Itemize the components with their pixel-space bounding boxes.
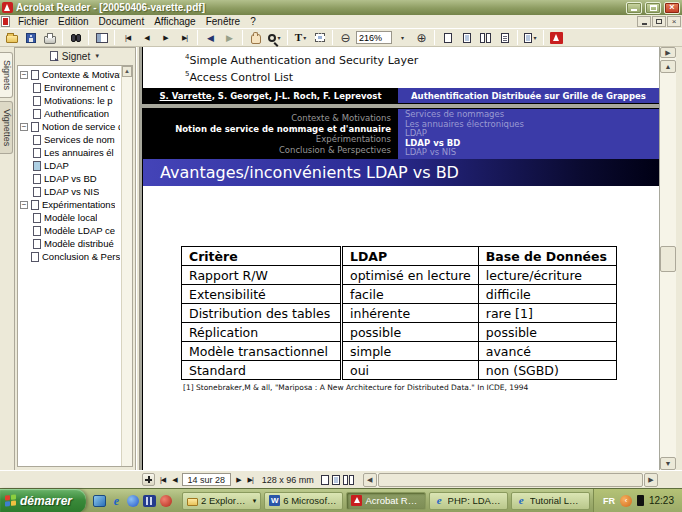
facing-mode-icon[interactable] (343, 475, 354, 485)
hide-icons-chevron-icon[interactable]: ‹ (620, 495, 632, 507)
zoom-tool-button[interactable]: ▾ (266, 29, 283, 46)
menu-item[interactable]: Affichage (149, 15, 201, 28)
bookmark-item[interactable]: Conclusion & Persp (20, 250, 120, 263)
dropdown-caret-icon[interactable]: ▾ (253, 497, 257, 505)
start-button[interactable]: démarrer (0, 489, 86, 512)
minimize-button[interactable] (626, 2, 642, 14)
bookmark-item[interactable]: Environnement c (20, 81, 120, 94)
continuous-page-button[interactable] (458, 29, 475, 46)
next-page-button[interactable]: ▶ (157, 29, 174, 46)
bookmark-item[interactable]: LDAP (20, 159, 120, 172)
toolbar-separator (434, 30, 435, 45)
scroll-track[interactable] (660, 73, 676, 457)
save-button[interactable] (22, 29, 39, 46)
menu-item[interactable]: ? (245, 15, 261, 28)
first-page-button[interactable]: |◀ (119, 29, 136, 46)
zoom-presets-button[interactable]: ▾ (394, 29, 411, 46)
scroll-left-button[interactable]: ◀ (363, 473, 377, 487)
continuous-mode-icon[interactable] (332, 475, 340, 485)
bookmark-item[interactable]: Motivations: le p (20, 94, 120, 107)
restore-button[interactable] (645, 2, 661, 14)
facing-page-button[interactable] (496, 29, 513, 46)
footnote-line: 4Simple Authentication and Security Laye… (185, 53, 659, 67)
tab-signets[interactable]: Signets (0, 52, 13, 98)
scroll-right-button[interactable]: ▶ (644, 473, 658, 487)
zoom-level-input[interactable] (356, 31, 392, 44)
taskbar-window-button[interactable]: 2 Explorateu...▾ (182, 492, 261, 510)
adobe-button[interactable] (548, 29, 565, 46)
close-button[interactable]: × (664, 2, 680, 14)
bookmark-item[interactable]: Modèle distribué (20, 237, 120, 250)
collapse-icon[interactable]: − (20, 201, 28, 209)
open-button[interactable] (3, 29, 20, 46)
show-hide-nav-pane-button[interactable] (93, 29, 110, 46)
status-previous-page-button[interactable]: ◀ (170, 476, 178, 484)
bookmark-item[interactable]: −Expérimentations (20, 198, 120, 211)
page-indicator[interactable]: 14 sur 28 (182, 473, 232, 486)
bookmark-item[interactable]: −Contexte & Motivati (20, 68, 120, 81)
continuous-facing-button[interactable] (477, 29, 494, 46)
snapshot-tool-button[interactable] (311, 29, 328, 46)
taskbar-window-button[interactable]: eTutorial LDAP -... (511, 492, 590, 510)
pan-splitter-button[interactable] (142, 473, 155, 486)
media-player-icon[interactable] (143, 495, 156, 507)
scroll-down-button[interactable]: ▼ (660, 457, 676, 470)
status-next-page-button[interactable]: ▶ (234, 476, 242, 484)
horizontal-scroll-thumb[interactable] (378, 473, 643, 487)
sidebar-scrollbar[interactable]: ▲ (121, 66, 132, 466)
mdi-minimize-button[interactable] (637, 16, 651, 27)
zoom-out-button[interactable]: ⊖ (337, 29, 354, 46)
status-first-page-button[interactable]: |◀ (158, 476, 167, 484)
internet-explorer-icon[interactable]: e (110, 495, 123, 507)
language-indicator[interactable]: FR (603, 496, 615, 506)
bookmarks-header[interactable]: Signet ▼ (15, 48, 135, 64)
realplayer-icon[interactable] (160, 495, 172, 507)
go-back-button[interactable]: ◀ (202, 29, 219, 46)
collapse-icon[interactable]: − (20, 123, 28, 131)
sidebar-scroll-up-button[interactable]: ▲ (122, 66, 132, 77)
menu-item[interactable]: Fichier (13, 15, 53, 28)
scroll-thumb[interactable] (660, 246, 676, 272)
zoom-in-button[interactable]: ⊕ (413, 29, 430, 46)
taskbar-window-button[interactable]: ePHP: LDAP - M... (429, 492, 508, 510)
bookmark-item[interactable]: LDAP vs NIS (20, 185, 120, 198)
show-desktop-icon[interactable] (93, 495, 106, 507)
menu-item[interactable]: Document (94, 15, 150, 28)
table-cell: Réplication (182, 323, 342, 342)
tab-vignettes[interactable]: Vignettes (0, 101, 13, 154)
go-forward-button[interactable]: ▶ (221, 29, 238, 46)
bookmark-label: LDAP vs BD (44, 173, 97, 184)
scroll-up-button[interactable]: ▲ (660, 60, 676, 73)
taskbar-window-button[interactable]: Acrobat Read... (346, 492, 425, 510)
bookmark-item[interactable]: Authentification (20, 107, 120, 120)
previous-page-button[interactable]: ◀ (138, 29, 155, 46)
toolbar-overflow-button[interactable]: ▶ (660, 47, 676, 58)
tray-app-icon[interactable] (637, 495, 644, 506)
browser-icon[interactable] (127, 495, 139, 507)
bookmark-item[interactable]: Les annuaires él (20, 146, 120, 159)
menu-item[interactable]: Fenêtre (201, 15, 245, 28)
menu-item[interactable]: Edition (53, 15, 94, 28)
bookmark-item[interactable]: LDAP vs BD (20, 172, 120, 185)
bookmark-item[interactable]: Modèle local (20, 211, 120, 224)
collapse-icon[interactable]: − (20, 71, 28, 79)
status-last-page-button[interactable]: ▶| (246, 476, 255, 484)
single-page-button[interactable] (439, 29, 456, 46)
taskbar-window-button[interactable]: W6 Microsoft ... (264, 492, 343, 510)
vertical-scrollbar[interactable]: ▶ ▲ ▼ (660, 47, 676, 470)
author-underlined: S. Varrette (159, 91, 211, 101)
text-select-tool-button[interactable]: T▾ (292, 29, 309, 46)
mdi-restore-button[interactable] (652, 16, 666, 27)
hand-tool-button[interactable] (247, 29, 264, 46)
document-options-button[interactable]: ▾ (522, 29, 539, 46)
bookmark-item[interactable]: −Notion de service de (20, 120, 120, 133)
last-page-button[interactable]: ▶| (176, 29, 193, 46)
bookmark-item[interactable]: Services de nom (20, 133, 120, 146)
mdi-close-button[interactable]: × (667, 16, 681, 27)
find-button[interactable] (67, 29, 84, 46)
bookmark-item[interactable]: Modèle LDAP ce (20, 224, 120, 237)
print-button[interactable] (41, 29, 58, 46)
table-cell: Standard (182, 361, 342, 380)
horizontal-scrollbar[interactable]: ◀ ▶ (363, 473, 658, 487)
single-page-mode-icon[interactable] (321, 475, 329, 485)
